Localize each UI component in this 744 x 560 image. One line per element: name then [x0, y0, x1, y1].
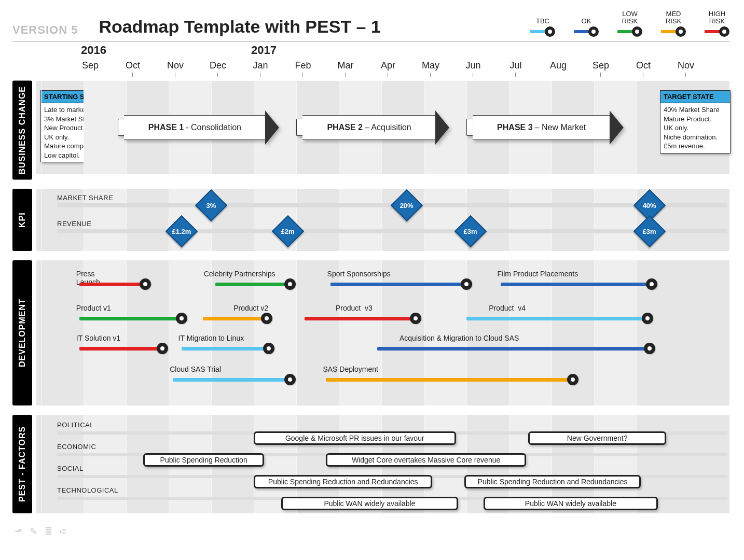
grid-col — [126, 189, 169, 251]
grid-col — [594, 189, 637, 251]
back-arrow-icon[interactable]: ⬏ — [15, 526, 22, 537]
grid-col — [41, 81, 84, 174]
grid-col — [466, 260, 509, 405]
dev-item-bar — [377, 347, 650, 351]
lane-kpi: MARKET SHAREREVENUE3%20%40%£1.2m£2m£3m£3… — [36, 189, 729, 251]
dev-item-label: Product v2 — [233, 304, 268, 312]
month-tick — [388, 73, 388, 77]
month-tick — [643, 73, 643, 77]
grid-col — [637, 81, 679, 174]
legend-low: LOW RISK — [617, 10, 642, 37]
dev-item-bar — [326, 378, 573, 382]
pest-item: New Government? — [528, 431, 667, 445]
header: VERSION 5 Roadmap Template with PEST – 1… — [12, 10, 729, 41]
pest-item: Public Spending Reduction and Redundanci… — [254, 475, 432, 488]
month-label: Sep — [82, 60, 99, 71]
grid-col — [211, 260, 254, 405]
month-label: Nov — [678, 60, 694, 71]
dev-item-label: Cloud SAS Trial — [170, 365, 221, 373]
pest-row-label: ECONOMIC — [57, 443, 97, 451]
dev-item-milestone — [461, 278, 472, 290]
section-pest: PEST - FACTORS POLITICALECONOMICSOCIALTE… — [12, 415, 729, 513]
phase-title: PHASE 1 — [148, 123, 184, 132]
month-tick — [600, 73, 601, 77]
dev-item-label: Celebrity Partnerships — [204, 270, 275, 278]
pencil-icon[interactable]: ✎ — [30, 526, 37, 537]
month-label: Jun — [465, 60, 480, 71]
month-label: Dec — [210, 60, 226, 71]
dev-item-label: Product v4 — [489, 304, 526, 312]
dev-item-label: IT Migration to Linux — [178, 334, 244, 342]
month-label: Oct — [636, 60, 651, 71]
kpi-value: 40% — [643, 202, 656, 209]
kpi-track-label: MARKET SHARE — [57, 194, 113, 202]
pest-item: Public Spending Reduction and Redundanci… — [464, 475, 641, 488]
grid-col — [509, 260, 552, 405]
legend-label: OK — [582, 18, 591, 25]
month-tick — [260, 73, 260, 77]
month-label: Jan — [253, 60, 268, 71]
timeline-axis: 2016 2017 SepOctNovDecJanFebMarAprMayJun… — [64, 44, 729, 75]
dev-item-bar — [330, 283, 466, 286]
month-label: Aug — [550, 60, 567, 71]
month-tick — [515, 73, 516, 77]
phase-subtitle: - Consolidation — [186, 123, 241, 132]
month-tick — [345, 73, 346, 77]
phase-arrow-3: PHASE 3 – New Market — [466, 115, 624, 140]
legend-high: HIGH RISK — [705, 10, 729, 37]
kpi-value: £3m — [464, 228, 477, 235]
month-tick — [90, 73, 90, 77]
pest-row-label: POLITICAL — [57, 421, 94, 429]
dev-item-milestone — [646, 278, 657, 290]
month-tick — [430, 73, 431, 77]
dev-item-milestone — [284, 278, 296, 290]
legend-ok: OK — [574, 18, 599, 36]
forward-arrow-icon[interactable]: ➪ — [60, 526, 67, 537]
month-label: Mar — [338, 60, 354, 71]
dev-item-label: Product v1 — [76, 304, 111, 312]
dev-item-milestone — [284, 374, 296, 385]
dev-item-milestone — [642, 313, 653, 324]
pest-item: Google & Microsoft PR issues in our favo… — [254, 431, 456, 445]
grid-col — [509, 189, 552, 251]
dev-item-milestone — [261, 313, 272, 324]
dev-item-bar — [501, 283, 652, 286]
footer-toolbar: ⬏ ✎ ≣ ➪ — [12, 526, 729, 537]
kpi-value: £3m — [643, 228, 656, 235]
year-2016: 2016 — [81, 44, 106, 57]
kpi-track-label: REVENUE — [57, 220, 91, 228]
grid-col — [424, 260, 466, 405]
legend-swatch-tbc — [530, 26, 555, 37]
grid-col — [339, 189, 381, 251]
month-label: Nov — [167, 60, 184, 71]
phase-subtitle: – Acquisition — [365, 123, 411, 132]
month-tick — [558, 73, 558, 77]
month-label: Sep — [593, 60, 609, 71]
month-tick — [175, 73, 175, 77]
month-tick — [217, 73, 218, 77]
dev-item-milestone — [140, 278, 151, 290]
section-kpi: KPI MARKET SHAREREVENUE3%20%40%£1.2m£2m£… — [12, 189, 729, 251]
dev-item-milestone — [157, 343, 168, 354]
version-label: VERSION 5 — [12, 23, 78, 37]
lane-development: Press LaunchCelebrity PartnershipsSport … — [36, 260, 729, 405]
grid-col — [169, 260, 211, 405]
grid-col — [552, 189, 594, 251]
pest-item: Public Spending Reduction — [143, 453, 265, 467]
pest-row-label: TECHNOLOGICAL — [57, 486, 118, 494]
year-2017: 2017 — [251, 44, 277, 57]
pest-item: Public WAN widely available — [484, 497, 658, 510]
grid-col — [296, 260, 339, 405]
kpi-value: 20% — [400, 202, 414, 209]
grid-col — [339, 260, 381, 405]
legend-med: MED RISK — [661, 10, 686, 37]
hamburger-icon[interactable]: ≣ — [45, 526, 52, 537]
pest-item: Widget Core overtakes Massive Core reven… — [326, 453, 526, 467]
phase-title: PHASE 2 — [327, 123, 362, 132]
dev-item-label: IT Solution v1 — [76, 334, 120, 342]
grid-col — [424, 189, 466, 251]
dev-item-milestone — [263, 343, 274, 354]
grid-col — [381, 260, 424, 405]
dev-item-milestone — [644, 343, 655, 354]
dev-item-label: Sport Sponsorships — [327, 270, 391, 278]
